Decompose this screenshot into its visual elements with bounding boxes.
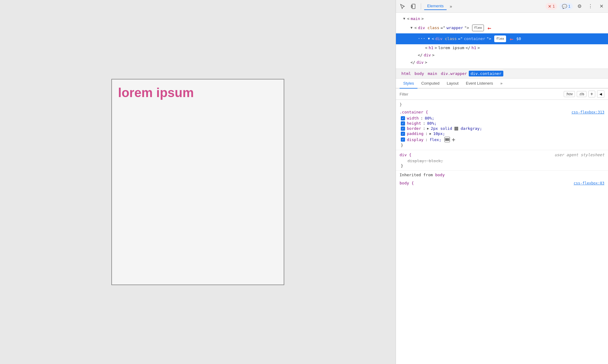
container-selector[interactable]: .container { xyxy=(400,110,428,114)
tab-layout[interactable]: Layout xyxy=(443,79,462,89)
demo-container: lorem ipsum xyxy=(111,79,284,285)
prop-value-border-px[interactable]: 2px solid xyxy=(431,126,452,131)
error-badge-button[interactable]: ✕ 1 xyxy=(546,3,557,10)
div-selector[interactable]: div { xyxy=(400,153,411,157)
hov-filter-button[interactable]: :hov xyxy=(564,91,575,97)
prop-value-display[interactable]: flex; xyxy=(430,137,441,142)
flex-badge-wrapper[interactable]: flex xyxy=(472,25,484,32)
console-icon: 💬 xyxy=(562,4,567,9)
checkbox-border[interactable] xyxy=(401,126,405,131)
filter-input[interactable] xyxy=(400,92,561,96)
svg-rect-3 xyxy=(447,139,448,140)
styles-panel: } .container { css-flexbox:313 width : 8… xyxy=(396,100,608,364)
add-property-button[interactable]: + xyxy=(452,136,455,143)
breadcrumb-bar: html body main div.wrapper div.container xyxy=(396,69,608,79)
error-icon: ✕ xyxy=(548,4,552,9)
prop-value-padding[interactable]: 10px; xyxy=(433,131,445,136)
color-swatch-darkgray[interactable] xyxy=(454,127,458,130)
add-style-button[interactable]: + xyxy=(588,91,595,97)
prop-name-height[interactable]: height xyxy=(407,121,421,126)
inspect-element-button[interactable] xyxy=(398,2,407,11)
container-rule-section: .container { css-flexbox:313 width : 80%… xyxy=(396,107,608,150)
container-rule-header: .container { css-flexbox:313 xyxy=(400,110,604,114)
triangle-icon: ▼ xyxy=(403,16,405,22)
prop-name-display[interactable]: display xyxy=(407,137,424,142)
div-rule-header: div { user agent stylesheet xyxy=(400,153,604,157)
device-toggle-button[interactable] xyxy=(409,2,418,11)
tab-more[interactable]: » xyxy=(497,79,506,89)
breadcrumb-wrapper[interactable]: div.wrapper xyxy=(439,71,469,76)
filter-actions: :hov .cls + ◄ xyxy=(564,90,604,98)
devtools-toolbar: Elements » ✕ 1 💬 1 ⚙ ⋮ ✕ xyxy=(396,0,608,13)
elements-tab[interactable]: Elements xyxy=(424,2,447,10)
dom-line-h1[interactable]: <h1>lorem ipsum</h1> xyxy=(396,44,608,52)
breadcrumb-main[interactable]: main xyxy=(426,71,439,76)
svg-rect-2 xyxy=(445,139,446,140)
prop-name-padding[interactable]: padding xyxy=(407,131,424,136)
main-tabs: Elements » xyxy=(424,2,543,10)
checkbox-padding[interactable] xyxy=(401,132,405,136)
triangle-icon: ▼ xyxy=(428,36,430,42)
prop-row-height: height : 80%; xyxy=(400,121,604,126)
toggle-sidebar-button[interactable]: ◄ xyxy=(597,90,604,98)
flex-layout-icon[interactable] xyxy=(444,137,450,142)
body-rule-header: body { css-flexbox:83 xyxy=(400,181,604,185)
sub-tabs: Styles Computed Layout Event Listeners » xyxy=(396,79,608,89)
breadcrumb-html[interactable]: html xyxy=(400,71,413,76)
console-count: 1 xyxy=(568,4,570,8)
inherited-label: Inherited from body xyxy=(396,171,608,179)
arrow-indicator-wrapper: ← xyxy=(488,23,491,33)
error-count: 1 xyxy=(553,4,555,8)
breadcrumb-container[interactable]: div.container xyxy=(469,71,503,76)
body-section: body { css-flexbox:83 xyxy=(396,179,608,188)
console-badge-button[interactable]: 💬 1 xyxy=(559,3,573,10)
flex-badge-container[interactable]: flex xyxy=(494,35,506,42)
prop-value-height[interactable]: 80%; xyxy=(427,121,437,126)
demo-heading: lorem ipsum xyxy=(118,86,194,100)
checkbox-display[interactable] xyxy=(401,137,405,142)
dom-line-container[interactable]: ··· ▼ <div class="container"> flex ← $0 xyxy=(396,33,608,44)
container-close-brace: } xyxy=(400,143,604,147)
dom-line-wrapper[interactable]: ▼ <div class="wrapper"> flex ← xyxy=(396,22,608,33)
prop-display-block-strikethrough[interactable]: display: block; xyxy=(407,159,443,163)
svg-rect-4 xyxy=(448,139,449,140)
dom-line-close-wrapper[interactable]: </div> xyxy=(396,59,608,66)
prop-value-border-color[interactable]: darkgray; xyxy=(461,126,482,131)
body-selector[interactable]: body { xyxy=(400,181,414,185)
checkbox-height[interactable] xyxy=(401,121,405,126)
div-rule-section: div { user agent stylesheet display: blo… xyxy=(396,150,608,171)
checkbox-width[interactable] xyxy=(401,116,405,120)
tab-computed[interactable]: Computed xyxy=(417,79,443,89)
prop-row-width: width : 80%; xyxy=(400,116,604,121)
dom-line-main[interactable]: ▼ <main> xyxy=(396,15,608,22)
container-source-link[interactable]: css-flexbox:313 xyxy=(572,110,604,114)
tab-event-listeners[interactable]: Event Listeners xyxy=(462,79,497,89)
inherited-element[interactable]: body xyxy=(435,173,444,177)
partial-rule: } xyxy=(396,100,608,107)
dollar-zero: $0 xyxy=(516,35,521,42)
webpage-content: lorem ipsum xyxy=(0,0,396,364)
div-close-brace: } xyxy=(400,163,604,168)
devtools-panel: Elements » ✕ 1 💬 1 ⚙ ⋮ ✕ ▼ <main> ▼ <div… xyxy=(396,0,608,364)
tab-styles[interactable]: Styles xyxy=(400,79,417,89)
dots-indicator: ··· xyxy=(418,35,425,42)
toolbar-separator xyxy=(421,3,421,9)
close-devtools-button[interactable]: ✕ xyxy=(597,2,606,11)
prop-row-display: display : flex; + xyxy=(400,136,604,143)
prop-row-border: border : ▶ 2px solid darkgray; xyxy=(400,126,604,131)
prop-name-border[interactable]: border xyxy=(407,126,421,131)
prop-name-width[interactable]: width xyxy=(407,116,419,120)
breadcrumb-body[interactable]: body xyxy=(413,71,426,76)
prop-row-display-block: display: block; xyxy=(400,158,604,163)
arrow-indicator-container: ← xyxy=(510,34,513,44)
user-agent-label: user agent stylesheet xyxy=(555,153,604,157)
more-tabs-button[interactable]: » xyxy=(448,3,454,10)
body-source-link[interactable]: css-flexbox:83 xyxy=(574,181,604,185)
more-options-button[interactable]: ⋮ xyxy=(586,2,595,11)
cls-filter-button[interactable]: .cls xyxy=(577,91,586,97)
triangle-icon: ▼ xyxy=(410,25,413,31)
prop-value-width[interactable]: 80%; xyxy=(425,116,434,120)
prop-row-padding: padding : ▶ 10px; xyxy=(400,131,604,136)
settings-button[interactable]: ⚙ xyxy=(575,2,584,11)
dom-line-close-container[interactable]: </div> xyxy=(396,52,608,59)
